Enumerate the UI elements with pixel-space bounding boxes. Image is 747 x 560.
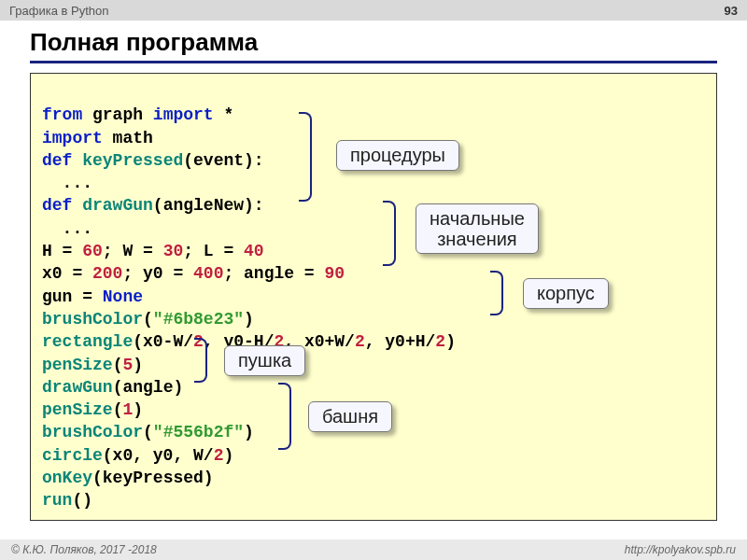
code-line: import math: [42, 129, 153, 147]
subject-label: Графика в Python: [9, 4, 109, 18]
code-line: run(): [42, 491, 92, 510]
callout-gun: пушка: [224, 345, 305, 376]
callout-procedures: процедуры: [336, 140, 459, 171]
code-line: onKey(keyPressed): [42, 469, 214, 487]
brace-initial-values: [383, 201, 396, 266]
callout-body: корпус: [523, 278, 609, 309]
brace-tower: [278, 383, 291, 450]
topbar: Графика в Python 93: [0, 0, 747, 21]
title-underline: [30, 61, 717, 63]
callout-tower: башня: [308, 401, 392, 432]
brace-procedures: [299, 112, 312, 202]
code-line: drawGun(angle): [42, 378, 183, 397]
copyright: © К.Ю. Поляков, 2017 -2018: [11, 543, 157, 556]
code-line: x0 = 200; y0 = 400; angle = 90: [42, 264, 345, 283]
code-line: brushColor("#556b2f"): [42, 423, 254, 441]
code-line: gun = None: [42, 287, 143, 306]
callout-initial-values: начальные значения: [416, 203, 539, 254]
footer: © К.Ю. Поляков, 2017 -2018 http://kpolya…: [0, 539, 747, 560]
brace-body: [490, 271, 503, 315]
code-line: from graph import *: [42, 105, 233, 124]
code-line: ...: [42, 219, 92, 238]
footer-url: http://kpolyakov.spb.ru: [625, 543, 736, 556]
code-line: ...: [42, 174, 92, 192]
code-line: penSize(1): [42, 400, 143, 419]
code-line: def drawGun(angleNew):: [42, 196, 264, 215]
code-line: brushColor("#6b8e23"): [42, 310, 254, 329]
brace-gun: [194, 338, 207, 383]
page-number: 93: [725, 4, 738, 18]
code-line: penSize(5): [42, 356, 143, 374]
code-line: H = 60; W = 30; L = 40: [42, 242, 264, 260]
code-line: circle(x0, y0, W/2): [42, 446, 233, 465]
code-line: def keyPressed(event):: [42, 151, 264, 170]
slide-title: Полная программа: [0, 21, 747, 59]
